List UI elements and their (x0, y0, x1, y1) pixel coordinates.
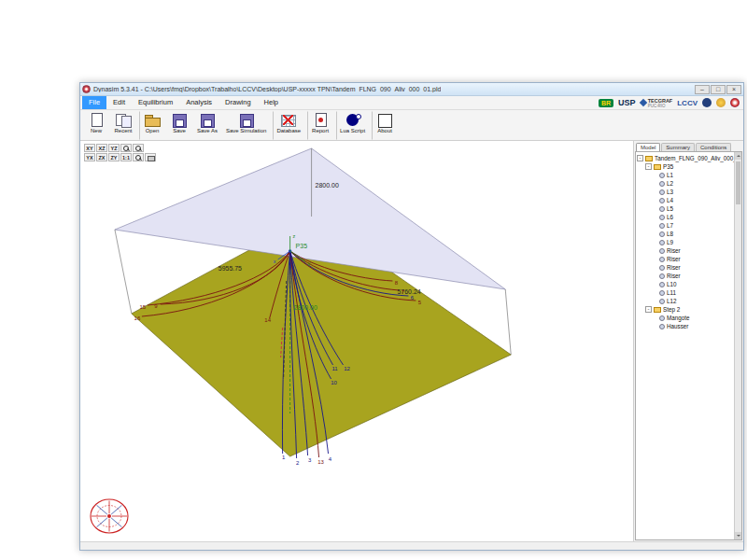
logo-spoke (97, 505, 107, 514)
toolbar-button[interactable]: Recent (110, 111, 136, 140)
expander-icon[interactable]: - (645, 306, 652, 313)
expander-icon[interactable] (654, 323, 657, 329)
titlebar[interactable]: Dynasim 5.3.41 - C:\Users\fmg\Dropbox\Tr… (80, 83, 743, 96)
tree-item[interactable]: L5 (637, 204, 733, 213)
line-number-label: 4 (329, 456, 332, 462)
tree-item[interactable]: L4 (637, 196, 733, 204)
scroll-thumb[interactable] (736, 161, 740, 204)
line-number-label: 3 (308, 457, 312, 463)
expander-icon[interactable] (654, 273, 657, 279)
scroll-up-arrow[interactable] (735, 152, 741, 160)
panel-tab[interactable]: Summary (661, 143, 695, 151)
toolbar-label: Open (146, 128, 160, 133)
tree-item[interactable]: L2 (637, 179, 733, 188)
toolbar-button[interactable]: Save (166, 111, 192, 140)
expander-icon[interactable] (654, 289, 657, 296)
toolbar-button[interactable]: Open (139, 111, 165, 140)
expander-icon[interactable] (654, 172, 657, 178)
tree-item[interactable]: Riser (637, 272, 733, 280)
toolbar-button[interactable]: Save Simulation (222, 111, 270, 140)
minimize-button[interactable]: – (695, 85, 710, 94)
menu-item[interactable]: Analysis (179, 96, 218, 109)
expander-icon[interactable] (654, 197, 657, 203)
menu-list: File Edit Equilibrium Analysis Drawing H… (82, 96, 285, 109)
toolbar-button[interactable]: Database (273, 111, 304, 140)
tree-item[interactable]: L3 (637, 188, 733, 196)
toolbar-button[interactable]: New (83, 111, 109, 140)
tree-item[interactable]: L7 (637, 221, 733, 230)
tree-scrollbar[interactable] (734, 152, 741, 539)
toolbar-button[interactable]: About (372, 111, 398, 140)
expander-icon[interactable] (654, 298, 657, 304)
view-toolbar-row1: XY XZ YZ (84, 144, 156, 152)
3d-viewport[interactable]: XY XZ YZ YX ZX ZY 1:1 (80, 141, 634, 541)
tree-item[interactable]: - Step 2 (637, 305, 733, 314)
expander-icon[interactable] (654, 264, 657, 271)
dimension-label: 2800.00 (294, 304, 317, 311)
tree-item[interactable]: - P35 (637, 162, 733, 171)
tree-item[interactable]: L9 (637, 238, 733, 246)
tree-item[interactable]: L11 (637, 288, 733, 297)
tree-item[interactable]: Riser (637, 263, 733, 272)
node-icon (659, 265, 665, 271)
expander-icon[interactable] (654, 180, 657, 187)
view-toolbar: XY XZ YZ YX ZX ZY 1:1 (84, 144, 156, 161)
tree-item[interactable]: L12 (637, 297, 733, 305)
expander-icon[interactable] (654, 189, 657, 195)
expander-icon[interactable] (654, 205, 657, 212)
close-button[interactable]: × (726, 85, 741, 94)
view-button[interactable]: ZY (108, 153, 120, 161)
view-button[interactable]: 1:1 (120, 153, 132, 161)
tree-item[interactable]: Riser (637, 255, 733, 263)
view-button[interactable]: YX (84, 153, 95, 161)
toolbar-button[interactable]: Lua Script (336, 111, 369, 140)
view-button[interactable] (120, 144, 132, 152)
toolbar-label: Lua Script (340, 128, 365, 133)
panel-tab[interactable]: Conditions (696, 143, 731, 151)
tree-item[interactable]: Mangote (637, 314, 733, 322)
tecgraf-text: TECGRAF PUC-RIO (648, 98, 673, 108)
menu-item[interactable]: Equilibrium (132, 96, 179, 109)
node-icon (659, 231, 665, 237)
expander-icon[interactable] (654, 214, 657, 220)
expander-icon[interactable]: - (637, 155, 643, 161)
tree-item-label: L5 (667, 205, 673, 212)
tree-item[interactable]: L10 (637, 280, 733, 288)
expander-icon[interactable] (654, 256, 657, 262)
expander-icon[interactable] (654, 222, 657, 229)
view-button[interactable] (133, 144, 144, 152)
tree-item-label: Step 2 (663, 306, 680, 313)
tree-item[interactable]: L1 (637, 171, 733, 179)
tree-item[interactable]: Hausser (637, 322, 733, 330)
expander-icon[interactable] (654, 247, 657, 254)
tecgraf-diamond-icon (639, 99, 646, 106)
line-number-label: 10 (331, 380, 337, 385)
tree-item[interactable]: L8 (637, 230, 733, 238)
view-button[interactable] (145, 153, 156, 161)
tree-item[interactable]: - Tandem_FLNG_090_Aliv_000_01 (637, 154, 733, 162)
maximize-button[interactable]: □ (711, 85, 726, 94)
panel-tab[interactable]: Model (636, 143, 660, 151)
expander-icon[interactable] (654, 315, 657, 321)
menu-item[interactable]: Drawing (218, 96, 258, 109)
view-button[interactable]: ZX (96, 153, 107, 161)
toolbar-button[interactable]: Report (307, 111, 333, 140)
view-button[interactable]: XY (84, 144, 95, 152)
view-button[interactable]: YZ (108, 144, 120, 152)
toolbar-icon (198, 112, 217, 128)
view-button[interactable] (133, 153, 144, 161)
menu-item[interactable]: Help (258, 96, 285, 109)
expander-icon[interactable] (654, 239, 657, 245)
toolbar-button[interactable]: Save As (193, 111, 221, 140)
view-button[interactable]: XZ (96, 144, 107, 152)
expander-icon[interactable]: - (645, 163, 652, 170)
expander-icon[interactable] (654, 281, 657, 287)
scroll-down-arrow[interactable] (735, 532, 741, 539)
expander-icon[interactable] (654, 231, 657, 237)
menu-item[interactable]: File (82, 96, 106, 109)
tree-item-label: Tandem_FLNG_090_Aliv_000_01 (655, 155, 734, 161)
scene-canvas[interactable]: zyx2800.005955.755760.242800.00P35159161… (80, 141, 633, 541)
tree-item[interactable]: L6 (637, 213, 733, 221)
tree-item[interactable]: Riser (637, 246, 733, 255)
menu-item[interactable]: Edit (106, 96, 132, 109)
